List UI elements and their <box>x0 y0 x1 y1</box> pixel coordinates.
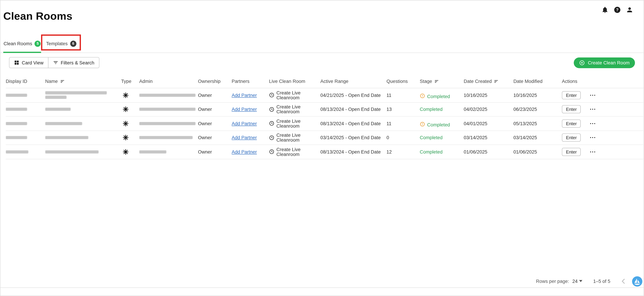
row-more-icon[interactable] <box>590 120 596 127</box>
snowflake-icon <box>122 134 129 141</box>
clock-icon <box>269 107 274 112</box>
add-partner-link[interactable]: Add Partner <box>232 107 257 112</box>
col-stage-label: Stage <box>420 79 432 84</box>
col-questions: Questions <box>386 79 420 84</box>
page-title: Clean Rooms <box>3 10 72 22</box>
sort-icon[interactable] <box>434 79 439 84</box>
add-partner-link[interactable]: Add Partner <box>232 93 257 98</box>
sort-icon[interactable] <box>60 79 65 84</box>
tab-bar: Clean Rooms 5 Templates 6 <box>0 34 644 53</box>
col-active-range: Active Range <box>320 79 386 84</box>
date-created-value: 04/02/2025 <box>464 107 514 112</box>
add-partner-link[interactable]: Add Partner <box>232 150 257 154</box>
enter-button[interactable]: Enter <box>562 119 581 128</box>
date-created-value: 04/01/2025 <box>464 121 514 126</box>
questions-value: 0 <box>386 135 420 140</box>
col-display-id: Display ID <box>6 79 45 84</box>
rows-per-page-select[interactable]: 24 <box>572 278 582 284</box>
view-filter-group: Card View Filters & Search <box>9 57 99 68</box>
clock-icon <box>269 92 274 98</box>
stage-value: Completed <box>427 94 450 99</box>
date-modified-value: 05/13/2025 <box>514 121 562 126</box>
tab-templates-count-badge: 6 <box>70 40 76 47</box>
ownership-value: Owner <box>198 150 232 154</box>
add-partner-link[interactable]: Add Partner <box>232 135 257 140</box>
table-row: Owner Add Partner Create Live Cleanroom … <box>6 145 644 159</box>
ownership-value: Owner <box>198 121 232 126</box>
enter-button[interactable]: Enter <box>562 91 581 99</box>
filters-search-button[interactable]: Filters & Search <box>48 57 99 68</box>
col-date-created-label: Date Created <box>464 79 492 84</box>
questions-value: 11 <box>386 121 420 126</box>
prev-page-chevron-icon[interactable] <box>619 277 628 285</box>
redacted-display-id <box>6 136 27 139</box>
help-icon[interactable]: ? <box>614 6 621 14</box>
active-range-value: 03/14/2025 - Open End Date <box>320 135 386 140</box>
create-live-cleanroom-link[interactable]: Create Live Cleanroom <box>276 147 318 157</box>
enter-button[interactable]: Enter <box>562 134 581 142</box>
create-clean-room-button[interactable]: Create Clean Room <box>574 57 635 68</box>
tab-clean-rooms-count-badge: 5 <box>34 40 41 47</box>
col-ownership: Ownership <box>198 79 232 84</box>
clock-icon <box>269 149 274 154</box>
bottom-divider <box>0 287 644 288</box>
create-live-cleanroom-link[interactable]: Create Live Cleanroom <box>276 104 318 114</box>
rows-per-page-label: Rows per page: <box>536 278 569 284</box>
clean-rooms-table: Display ID Name Type Admin Ownership Par… <box>0 75 644 159</box>
card-view-label: Card View <box>22 60 44 65</box>
redacted-display-id <box>6 150 28 154</box>
row-more-icon[interactable] <box>590 92 596 98</box>
clock-icon <box>269 121 274 126</box>
col-date-created: Date Created <box>464 79 514 84</box>
stage-warning-icon <box>420 122 425 127</box>
row-more-icon[interactable] <box>590 148 596 155</box>
table-row: Owner Add Partner Create Live Cleanroom … <box>6 102 644 116</box>
date-created-value: 03/14/2025 <box>464 135 514 140</box>
stage-value: Completed <box>420 135 442 140</box>
create-live-cleanroom-link[interactable]: Create Live Cleanroom <box>276 133 318 143</box>
filter-icon <box>53 60 58 65</box>
caret-down-icon <box>579 280 582 282</box>
questions-value: 11 <box>386 93 420 98</box>
account-person-icon[interactable] <box>626 6 633 14</box>
add-partner-link[interactable]: Add Partner <box>232 121 257 126</box>
redacted-name <box>45 91 107 99</box>
pagination: Rows per page: 24 1–5 of 5 <box>536 276 628 286</box>
snowflake-icon <box>122 148 129 155</box>
sort-icon[interactable] <box>494 79 499 84</box>
brand-logo[interactable] <box>632 276 643 287</box>
col-name: Name <box>45 79 121 84</box>
date-modified-value: 10/16/2025 <box>514 93 562 98</box>
col-name-label: Name <box>45 79 58 84</box>
snowflake-icon <box>122 120 129 127</box>
topbar: Clean Rooms ? <box>0 0 644 34</box>
questions-value: 13 <box>386 107 420 112</box>
rows-per-page-value: 24 <box>572 278 578 284</box>
row-more-icon[interactable] <box>590 106 596 112</box>
tab-templates-label: Templates <box>46 41 68 46</box>
row-more-icon[interactable] <box>590 134 596 141</box>
redacted-name <box>45 136 88 139</box>
col-stage: Stage <box>420 79 464 84</box>
create-live-cleanroom-link[interactable]: Create Live Cleanroom <box>276 119 318 128</box>
create-live-cleanroom-link[interactable]: Create Live Cleanroom <box>276 90 318 100</box>
enter-button[interactable]: Enter <box>562 148 581 156</box>
date-modified-value: 01/06/2025 <box>514 150 562 154</box>
tab-clean-rooms-label: Clean Rooms <box>4 41 32 46</box>
notifications-bell-icon[interactable] <box>601 6 609 14</box>
stage-value: Completed <box>420 150 442 154</box>
tab-clean-rooms[interactable]: Clean Rooms 5 <box>3 34 41 53</box>
redacted-name <box>45 108 71 111</box>
table-row: Owner Add Partner Create Live Cleanroom … <box>6 131 644 145</box>
card-view-button[interactable]: Card View <box>9 57 48 68</box>
tab-templates[interactable]: Templates 6 <box>42 34 81 53</box>
redacted-admin <box>139 94 196 97</box>
redacted-name <box>45 122 82 125</box>
ownership-value: Owner <box>198 135 232 140</box>
col-admin: Admin <box>139 79 198 84</box>
clock-icon <box>269 135 274 140</box>
enter-button[interactable]: Enter <box>562 105 581 114</box>
redacted-admin <box>139 150 166 154</box>
stage-value: Completed <box>420 107 442 112</box>
questions-value: 12 <box>386 150 420 154</box>
